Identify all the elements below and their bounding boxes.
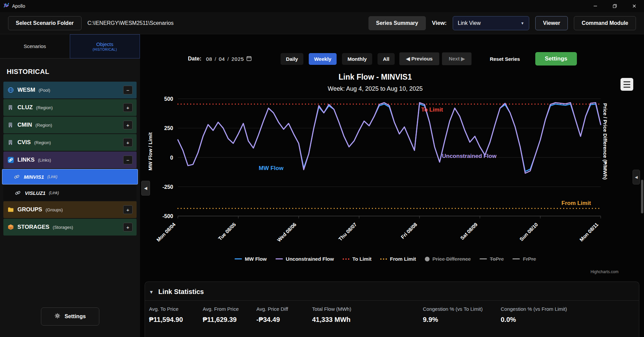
plus-button[interactable]: +	[123, 223, 133, 231]
object-type: (Region)	[36, 105, 53, 110]
scenario-path: C:\IENERGY\WESM2511\Scenarios	[88, 20, 174, 26]
viewer-button[interactable]: Viewer	[535, 16, 568, 30]
sidebar-item-groups[interactable]: GROUPS(Groups)+	[3, 201, 137, 218]
svg-text:From Limit: From Limit	[561, 200, 591, 206]
svg-text:MW Flow: MW Flow	[259, 165, 284, 171]
svg-text:Mon 08/04: Mon 08/04	[155, 221, 177, 243]
sidebar-collapse-button[interactable]: ◀	[141, 181, 150, 196]
sidebar-item-cmin[interactable]: CMIN(Region)+	[3, 117, 137, 133]
minimize-button[interactable]	[586, 0, 605, 12]
svg-text:Sat 08/09: Sat 08/09	[459, 221, 479, 241]
sidebar-item-cluz[interactable]: CLUZ(Region)+	[3, 99, 137, 116]
object-type: (Links)	[38, 158, 51, 163]
svg-text:To Limit: To Limit	[421, 107, 443, 113]
gear-icon	[54, 313, 60, 320]
sidebar-item-minvis1[interactable]: MINVIS1(Link)	[2, 169, 138, 184]
restore-button[interactable]	[605, 0, 625, 12]
minus-button[interactable]: −	[123, 156, 133, 164]
object-type: (Groups)	[46, 207, 63, 212]
sidebar-item-links[interactable]: LINKS(Links)−	[3, 152, 137, 168]
plus-button[interactable]: +	[123, 121, 133, 129]
main-panel: Date: 08/04/2025 DailyWeeklyMonthlyAll ◀…	[140, 34, 644, 337]
series-summary-button[interactable]: Series Summary	[368, 16, 426, 30]
range-button-group: DailyWeeklyMonthlyAll	[281, 53, 395, 65]
object-name: CMIN	[17, 122, 32, 128]
link-flow-chart[interactable]: 5002500-250-500Mon 08/04Tue 08/05Wed 08/…	[140, 94, 644, 252]
plus-button[interactable]: +	[123, 103, 133, 112]
link-icon	[15, 190, 25, 196]
stat-avg-from-price: Avg. From Price₱11,629.39	[203, 306, 256, 324]
stats-row: Avg. To Price₱11,594.90Avg. From Price₱1…	[145, 301, 639, 324]
range-all-button[interactable]: All	[378, 53, 395, 65]
highcharts-credit: Highcharts.com	[591, 269, 618, 274]
svg-text:Fri 08/08: Fri 08/08	[400, 221, 418, 240]
building-icon	[7, 139, 17, 145]
chart-subtitle: Week: Aug 4, 2025 to Aug 10, 2025	[140, 85, 610, 92]
globe-icon	[7, 87, 17, 93]
chart-controls: Date: 08/04/2025 DailyWeeklyMonthlyAll ◀…	[140, 52, 644, 66]
next-button[interactable]: Next ▶	[442, 52, 472, 65]
svg-text:250: 250	[164, 125, 173, 131]
svg-text:Sun 08/10: Sun 08/10	[518, 221, 539, 242]
object-name: VISLUZ1	[25, 190, 46, 196]
legend-item-to-limit[interactable]: To Limit	[343, 256, 371, 262]
links-icon	[7, 157, 17, 163]
object-type: (Storages)	[53, 225, 73, 230]
folder-icon	[7, 206, 17, 213]
sidebar-settings-button[interactable]: Settings	[41, 307, 99, 326]
sidebar-item-visluz1[interactable]: VISLUZ1(Link)	[3, 185, 137, 201]
reset-series-button[interactable]: Reset Series	[488, 56, 522, 62]
view-select[interactable]: Link View ▼	[453, 16, 529, 30]
object-name: WESM	[17, 87, 35, 93]
view-select-value: Link View	[458, 20, 481, 26]
tab-objects[interactable]: Objects (HISTORICAL)	[70, 34, 140, 58]
svg-text:Tue 08/05: Tue 08/05	[217, 221, 237, 242]
tab-scenarios[interactable]: Scenarios	[0, 34, 70, 58]
stat-total-flow-mwh-: Total Flow (MWh)41,333 MWh	[312, 306, 423, 324]
command-module-button[interactable]: Command Module	[574, 16, 636, 30]
sidebar-item-storages[interactable]: STORAGES(Storages)+	[3, 219, 137, 236]
calendar-icon[interactable]	[246, 56, 252, 62]
object-name: LINKS	[17, 157, 35, 163]
historical-heading: HISTORICAL	[0, 58, 140, 82]
window-controls	[586, 0, 644, 12]
chart-legend: MW FlowUnconstrained FlowTo LimitFrom Li…	[140, 256, 631, 262]
select-scenario-folder-button[interactable]: Select Scenario Folder	[8, 16, 82, 30]
range-daily-button[interactable]: Daily	[281, 53, 303, 65]
app-window: Apollo Select Scenario Folder C:\IENERGY…	[0, 0, 644, 337]
object-name: CVIS	[17, 139, 31, 146]
range-monthly-button[interactable]: Monthly	[342, 53, 372, 65]
legend-item-unconstrained-flow[interactable]: Unconstrained Flow	[276, 256, 334, 262]
object-type: (Pool)	[39, 88, 50, 93]
object-type: (Region)	[35, 123, 52, 128]
storage-icon	[7, 224, 17, 230]
legend-item-mw-flow[interactable]: MW Flow	[235, 256, 267, 262]
range-weekly-button[interactable]: Weekly	[309, 53, 337, 65]
svg-text:500: 500	[164, 96, 173, 102]
right-panel-collapse-button[interactable]: ◀	[633, 170, 640, 184]
previous-button[interactable]: ◀ Previous	[399, 52, 439, 65]
toolbar: Select Scenario Folder C:\IENERGY\WESM25…	[0, 12, 644, 34]
legend-item-frpre[interactable]: FrPre	[512, 256, 536, 262]
chart-menu-icon[interactable]	[621, 78, 633, 91]
stat-avg-to-price: Avg. To Price₱11,594.90	[149, 306, 203, 324]
link-icon	[14, 174, 24, 180]
date-input[interactable]: 08/04/2025	[206, 56, 252, 62]
legend-item-price-difference[interactable]: Price Difference	[425, 256, 471, 262]
sidebar-item-cvis[interactable]: CVIS(Region)+	[3, 134, 137, 151]
svg-text:Wed 08/06: Wed 08/06	[276, 221, 297, 243]
chart-settings-button[interactable]: Settings	[535, 52, 577, 66]
collapse-triangle-icon[interactable]: ▼	[149, 289, 154, 295]
sidebar-item-wesm[interactable]: WESM(Pool)−	[3, 82, 137, 98]
legend-item-topre[interactable]: ToPre	[480, 256, 504, 262]
object-name: MINVIS1	[24, 174, 44, 180]
minus-button[interactable]: −	[123, 86, 133, 94]
object-type: (Link)	[49, 191, 59, 195]
close-button[interactable]	[625, 0, 644, 12]
legend-item-from-limit[interactable]: From Limit	[380, 256, 416, 262]
apollo-logo-icon	[3, 2, 9, 10]
plus-button[interactable]: +	[123, 205, 133, 214]
scrollbar-thumb[interactable]	[641, 180, 643, 213]
plus-button[interactable]: +	[123, 138, 133, 147]
titlebar: Apollo	[0, 0, 644, 12]
